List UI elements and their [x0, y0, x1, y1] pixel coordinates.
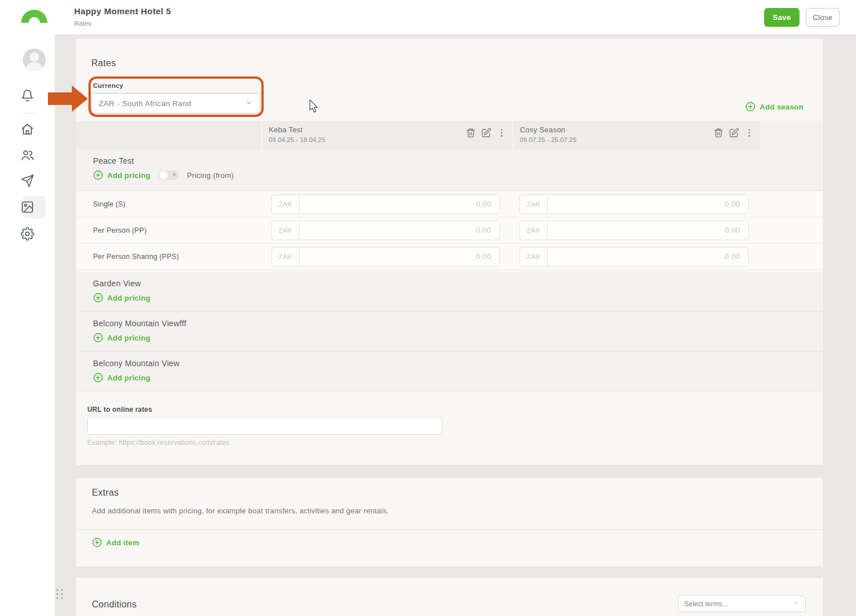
- add-pricing-button[interactable]: Add pricing: [93, 170, 151, 180]
- delete-season-icon[interactable]: [466, 128, 476, 138]
- rate-input[interactable]: ZAR 0.00: [271, 247, 500, 266]
- chevron-down-icon: [793, 599, 800, 608]
- select-terms-dropdown[interactable]: Select terms...: [678, 595, 806, 612]
- extras-divider: [76, 529, 823, 530]
- plus-circle-icon: [93, 170, 103, 180]
- url-rates-label: URL to online rates: [87, 406, 152, 414]
- rate-input[interactable]: ZAR 0.00: [519, 247, 749, 266]
- breadcrumb: Rates: [74, 20, 91, 27]
- plus-circle-icon: [93, 293, 103, 303]
- rate-amount: 0.00: [548, 248, 748, 266]
- currency-prefix: ZAR: [520, 248, 548, 266]
- add-pricing-label: Add pricing: [107, 294, 151, 302]
- add-pricing-button[interactable]: Add pricing: [93, 372, 151, 383]
- add-season-button[interactable]: Add season: [745, 102, 803, 112]
- add-pricing-label: Add pricing: [107, 374, 151, 382]
- pricing-from-label: Pricing (from): [187, 171, 234, 180]
- top-header: Happy Moment Hotel 5 Rates Save Close: [0, 0, 856, 34]
- images-icon[interactable]: [21, 200, 34, 214]
- currency-prefix: ZAR: [520, 221, 548, 240]
- toggle-off-glyph: ×: [172, 171, 176, 178]
- plus-circle-icon: [93, 372, 103, 383]
- rate-amount: 0.00: [300, 195, 499, 213]
- rate-amount: 0.00: [548, 195, 748, 213]
- season-menu-kebab-icon[interactable]: [744, 128, 754, 138]
- plus-circle-icon: [92, 537, 102, 548]
- currency-prefix: ZAR: [272, 221, 300, 240]
- currency-prefix: ZAR: [520, 195, 548, 213]
- pricing-from-toggle[interactable]: ×: [159, 171, 179, 180]
- conditions-title: Conditions: [92, 599, 137, 610]
- add-season-label: Add season: [760, 103, 803, 111]
- select-terms-placeholder: Select terms...: [684, 600, 728, 608]
- bell-icon[interactable]: [21, 89, 34, 103]
- gear-icon[interactable]: [21, 227, 34, 241]
- rate-input[interactable]: ZAR 0.00: [519, 194, 749, 214]
- room-band-belcony-viewfff: Belcony Mountain Viewfff Add pricing: [76, 312, 823, 352]
- drag-handle[interactable]: [56, 589, 63, 602]
- toggle-knob: [159, 171, 168, 180]
- room-name: Garden View: [93, 279, 823, 288]
- season-menu-kebab-icon[interactable]: [496, 128, 507, 138]
- extras-title: Extras: [92, 488, 119, 498]
- season-band-tail: [760, 121, 823, 149]
- room-name: Peace Test: [93, 156, 823, 165]
- rate-type-label: Single (S): [76, 200, 261, 208]
- add-pricing-label: Add pricing: [107, 334, 151, 342]
- edit-season-icon[interactable]: [729, 128, 739, 138]
- currency-prefix: ZAR: [272, 195, 300, 213]
- room-band-garden-view: Garden View Add pricing: [76, 272, 823, 312]
- rate-amount: 0.00: [548, 221, 748, 240]
- rate-type-label: Per Person (PP): [76, 226, 261, 234]
- rate-input[interactable]: ZAR 0.00: [271, 194, 500, 214]
- currency-highlight-ring: [88, 76, 264, 117]
- annotation-arrow-icon: [48, 86, 88, 112]
- edit-season-icon[interactable]: [481, 128, 491, 138]
- rate-type-label: Per Person Sharing (PPS): [76, 253, 261, 261]
- url-rates-hint: Example: https://book.reservations.com/r…: [87, 439, 229, 447]
- avatar-head: [30, 52, 39, 62]
- home-icon[interactable]: [21, 123, 34, 136]
- room-name: Belcony Mountain Viewfff: [93, 319, 823, 328]
- rate-row-per-person: Per Person (PP) ZAR 0.00 ZAR 0.00: [76, 217, 823, 244]
- season-column-header: Cosy Season 09.07.25 - 25.07.25: [512, 121, 760, 149]
- avatar[interactable]: [23, 48, 46, 71]
- add-pricing-button[interactable]: Add pricing: [93, 293, 151, 303]
- mouse-cursor: [308, 99, 320, 114]
- plus-circle-icon: [93, 333, 103, 343]
- season-column-header: Keba Test 09.04.25 - 18.04.25: [261, 121, 512, 149]
- page-title: Happy Moment Hotel 5: [74, 6, 171, 16]
- close-button[interactable]: Close: [806, 8, 839, 27]
- users-icon[interactable]: [21, 148, 34, 162]
- room-band-belcony-view: Belcony Mountain View Add pricing: [76, 352, 823, 391]
- url-rates-input[interactable]: [87, 417, 442, 435]
- add-item-label: Add item: [106, 538, 139, 547]
- save-button[interactable]: Save: [764, 8, 800, 27]
- app-logo: [21, 10, 47, 23]
- room-name: Belcony Mountain View: [93, 359, 823, 368]
- room-band-peace-test: Peace Test Add pricing × Pricing (from): [76, 149, 823, 191]
- season-band-spacer: [76, 121, 261, 149]
- rates-section-title: Rates: [91, 58, 116, 68]
- sidebar: [0, 0, 55, 616]
- add-pricing-label: Add pricing: [107, 171, 151, 180]
- rate-row-per-person-sharing: Per Person Sharing (PPS) ZAR 0.00 ZAR 0.…: [76, 244, 823, 270]
- rate-amount: 0.00: [300, 221, 499, 240]
- plus-circle-icon: [745, 102, 756, 112]
- currency-prefix: ZAR: [272, 248, 300, 266]
- extras-card: Extras Add additional items with pricing…: [76, 478, 823, 566]
- season-header-band: Keba Test 09.04.25 - 18.04.25 Cosy Seaso…: [76, 121, 760, 149]
- conditions-card: Conditions Select terms...: [76, 578, 823, 616]
- rate-input[interactable]: ZAR 0.00: [271, 221, 500, 240]
- add-pricing-button[interactable]: Add pricing: [93, 333, 151, 343]
- rate-amount: 0.00: [300, 248, 499, 266]
- send-icon[interactable]: [21, 174, 34, 188]
- avatar-body: [26, 62, 42, 71]
- rate-input[interactable]: ZAR 0.00: [519, 221, 749, 240]
- extras-description: Add additional items with pricing, for e…: [92, 506, 389, 515]
- delete-season-icon[interactable]: [713, 128, 724, 138]
- add-item-button[interactable]: Add item: [92, 537, 139, 548]
- rate-row-single: Single (S) ZAR 0.00 ZAR 0.00: [76, 191, 823, 217]
- sidebar-divider: [23, 113, 38, 114]
